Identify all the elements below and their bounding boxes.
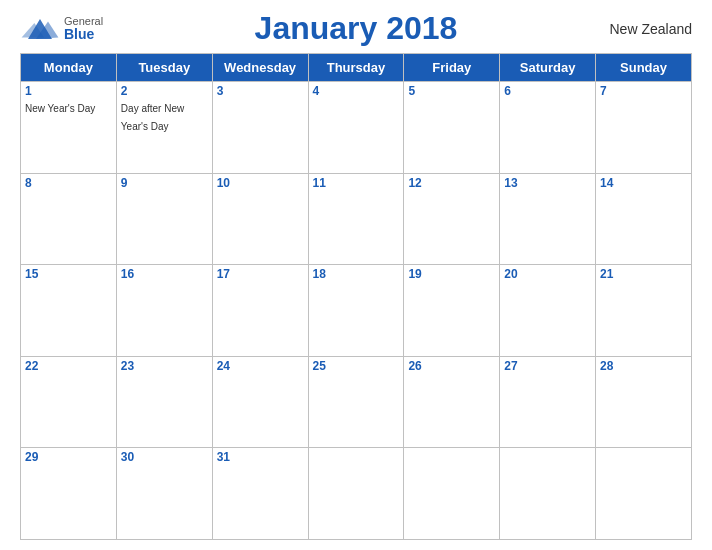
day-number: 13 — [504, 176, 591, 190]
calendar-day-cell: 19 — [404, 265, 500, 357]
calendar-header-row: Monday Tuesday Wednesday Thursday Friday… — [21, 54, 692, 82]
col-monday: Monday — [21, 54, 117, 82]
day-number: 22 — [25, 359, 112, 373]
calendar-day-cell: 8 — [21, 173, 117, 265]
holiday-text: Day after New Year's Day — [121, 103, 184, 132]
calendar-title: January 2018 — [130, 10, 582, 47]
calendar-day-cell: 17 — [212, 265, 308, 357]
calendar-day-cell: 12 — [404, 173, 500, 265]
day-number: 24 — [217, 359, 304, 373]
calendar-day-cell: 25 — [308, 356, 404, 448]
col-sunday: Sunday — [596, 54, 692, 82]
day-number: 30 — [121, 450, 208, 464]
calendar-day-cell: 5 — [404, 82, 500, 174]
day-number: 29 — [25, 450, 112, 464]
day-number: 4 — [313, 84, 400, 98]
day-number: 27 — [504, 359, 591, 373]
calendar-header: General Blue January 2018 New Zealand — [20, 10, 692, 47]
col-thursday: Thursday — [308, 54, 404, 82]
calendar-day-cell: 23 — [116, 356, 212, 448]
col-friday: Friday — [404, 54, 500, 82]
calendar-day-cell: 31 — [212, 448, 308, 540]
calendar-week-row: 891011121314 — [21, 173, 692, 265]
calendar-day-cell: 4 — [308, 82, 404, 174]
calendar-week-row: 1New Year's Day2Day after New Year's Day… — [21, 82, 692, 174]
calendar-week-row: 15161718192021 — [21, 265, 692, 357]
calendar-day-cell: 21 — [596, 265, 692, 357]
calendar-day-cell: 30 — [116, 448, 212, 540]
calendar-day-cell: 15 — [21, 265, 117, 357]
calendar-day-cell: 16 — [116, 265, 212, 357]
day-number: 17 — [217, 267, 304, 281]
calendar-day-cell — [500, 448, 596, 540]
day-number: 8 — [25, 176, 112, 190]
calendar-day-cell: 11 — [308, 173, 404, 265]
calendar-day-cell: 14 — [596, 173, 692, 265]
calendar-day-cell: 28 — [596, 356, 692, 448]
country-label: New Zealand — [582, 21, 692, 37]
day-number: 18 — [313, 267, 400, 281]
calendar-day-cell — [308, 448, 404, 540]
day-number: 25 — [313, 359, 400, 373]
day-number: 9 — [121, 176, 208, 190]
calendar-day-cell — [596, 448, 692, 540]
calendar-week-row: 293031 — [21, 448, 692, 540]
logo-bird-icon — [20, 15, 60, 43]
day-number: 15 — [25, 267, 112, 281]
calendar-day-cell: 22 — [21, 356, 117, 448]
calendar-day-cell: 26 — [404, 356, 500, 448]
calendar-day-cell: 1New Year's Day — [21, 82, 117, 174]
day-number: 1 — [25, 84, 112, 98]
calendar-day-cell: 6 — [500, 82, 596, 174]
day-number: 6 — [504, 84, 591, 98]
day-number: 5 — [408, 84, 495, 98]
day-number: 16 — [121, 267, 208, 281]
holiday-text: New Year's Day — [25, 103, 95, 114]
calendar-day-cell: 18 — [308, 265, 404, 357]
calendar-day-cell: 27 — [500, 356, 596, 448]
calendar-day-cell: 10 — [212, 173, 308, 265]
col-tuesday: Tuesday — [116, 54, 212, 82]
day-number: 19 — [408, 267, 495, 281]
day-number: 26 — [408, 359, 495, 373]
day-number: 10 — [217, 176, 304, 190]
calendar-day-cell: 13 — [500, 173, 596, 265]
calendar-day-cell — [404, 448, 500, 540]
calendar-week-row: 22232425262728 — [21, 356, 692, 448]
calendar-day-cell: 29 — [21, 448, 117, 540]
col-saturday: Saturday — [500, 54, 596, 82]
day-number: 12 — [408, 176, 495, 190]
calendar-day-cell: 3 — [212, 82, 308, 174]
day-number: 21 — [600, 267, 687, 281]
calendar-day-cell: 24 — [212, 356, 308, 448]
logo: General Blue — [20, 15, 130, 43]
col-wednesday: Wednesday — [212, 54, 308, 82]
day-number: 11 — [313, 176, 400, 190]
day-number: 3 — [217, 84, 304, 98]
day-number: 20 — [504, 267, 591, 281]
calendar-table: Monday Tuesday Wednesday Thursday Friday… — [20, 53, 692, 540]
day-number: 14 — [600, 176, 687, 190]
day-number: 31 — [217, 450, 304, 464]
calendar-day-cell: 9 — [116, 173, 212, 265]
day-number: 23 — [121, 359, 208, 373]
logo-blue-text: Blue — [64, 27, 103, 41]
calendar-day-cell: 7 — [596, 82, 692, 174]
day-number: 7 — [600, 84, 687, 98]
day-number: 28 — [600, 359, 687, 373]
calendar-day-cell: 2Day after New Year's Day — [116, 82, 212, 174]
day-number: 2 — [121, 84, 208, 98]
calendar-day-cell: 20 — [500, 265, 596, 357]
